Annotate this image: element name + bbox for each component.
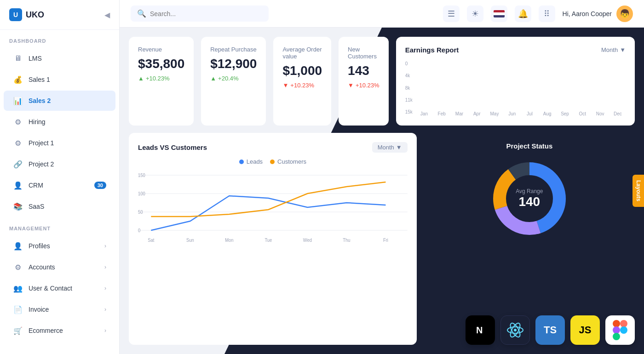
search-box[interactable]: 🔍 [131,6,269,22]
sidebar-item-crm[interactable]: 👤CRM30 [4,175,115,195]
react-icon[interactable] [500,315,530,345]
sidebar-item-profiles[interactable]: 👤Profiles› [4,236,115,256]
project-status-card: Project Status Avg Range [424,133,635,345]
search-input[interactable] [150,10,262,17]
theme-icon[interactable]: ☀ [467,6,483,22]
month-label-Oct: Oct [575,111,590,116]
project2-icon: 🔗 [13,159,23,169]
svg-text:50: 50 [138,210,143,215]
line-chart: 150 100 50 0 Sat Sun Mon Tue Wed [138,171,408,244]
earnings-header: Earnings Report Month ▼ [405,46,626,54]
month-label-Dec: Dec [610,111,626,116]
sidebar-item-label-sales2: Sales 2 [29,97,106,104]
flag-icon[interactable] [491,6,507,22]
stat-card-3: New Customers 143 ▼ +10.23% [339,37,389,126]
sidebar-item-label-saas: SaaS [29,203,106,210]
svg-text:Sun: Sun [186,238,194,243]
svg-rect-27 [613,326,620,334]
leads-month-button[interactable]: Month ▼ [372,142,408,153]
month-label-Feb: Feb [434,111,449,116]
figma-icon[interactable] [605,315,635,345]
month-label-Jun: Jun [504,111,520,116]
chevron-user-contact: › [104,285,106,291]
chevron-profiles: › [104,243,106,249]
project1-icon: ⚙ [13,138,23,148]
y-label: 11k [405,97,413,103]
month-label-Jan: Jan [416,111,432,116]
chevron-ecommerce: › [104,327,106,334]
content-area: Revenue $35,800 ▲ +10.23% Repeat Purchas… [120,28,644,354]
stat-change-1: ▲ +20.4% [210,75,257,82]
chart-legend: LeadsCustomers [138,158,408,165]
top-row: Revenue $35,800 ▲ +10.23% Repeat Purchas… [129,37,635,126]
apps-icon[interactable]: ⠿ [539,6,555,22]
month-label-Nov: Nov [592,111,608,116]
y-label: 0 [405,61,413,66]
sidebar-item-sales2[interactable]: 📊Sales 2 [4,91,115,111]
sidebar-item-project2[interactable]: 🔗Project 2 [4,154,115,174]
svg-rect-28 [613,333,620,340]
section-label-management: MANAGEMENT [0,217,119,235]
menu-icon[interactable]: ☰ [443,6,460,22]
layouts-tab[interactable]: Layouts [632,175,644,207]
sidebar-item-label-accounts: Accounts [29,263,104,271]
stat-change-3: ▼ +10.23% [348,82,380,89]
sidebar: U UKO ◀ DASHBOARD🖥LMS💰Sales 1📊Sales 2⚙Hi… [0,0,120,354]
sidebar-item-accounts[interactable]: ⚙Accounts› [4,257,115,277]
svg-text:Fri: Fri [383,238,388,243]
earnings-title: Earnings Report [405,46,459,54]
legend-customers: Customers [270,158,306,165]
donut-avg-value: 140 [516,194,543,209]
month-label-Sep: Sep [557,111,573,116]
sidebar-item-ecommerce[interactable]: 🛒Ecommerce› [4,320,115,341]
sidebar-item-label-hiring: Hiring [29,118,106,126]
nextjs-icon[interactable]: N [466,315,495,345]
leads-card: Leads VS Customers Month ▼ LeadsCustomer… [129,133,417,345]
notification-icon[interactable]: 🔔 [515,6,531,22]
typescript-icon[interactable]: TS [535,315,565,345]
saas-icon: 📚 [13,201,23,211]
hiring-icon: ⚙ [13,117,23,127]
stat-label-1: Repeat Purchase [210,46,257,53]
svg-rect-26 [620,320,627,327]
donut-avg-label: Avg Range [516,188,543,194]
sidebar-item-lms[interactable]: 🖥LMS [4,48,115,69]
sidebar-item-sales1[interactable]: 💰Sales 1 [4,69,115,90]
stat-value-0: $35,800 [138,57,184,71]
sidebar-item-user-contact[interactable]: 👥User & Contact› [4,278,115,298]
sidebar-item-label-ecommerce: Ecommerce [29,327,104,334]
earnings-card: Earnings Report Month ▼ 15k11k8k4k0 JanF… [396,37,635,126]
svg-text:Sat: Sat [148,238,154,243]
accounts-icon: ⚙ [13,262,23,272]
sidebar-item-project1[interactable]: ⚙Project 1 [4,133,115,153]
tech-icons-row: N TS JS [466,315,635,345]
user-info[interactable]: Hi, Aaron Cooper 👦 [563,6,633,22]
badge-crm: 30 [94,182,106,189]
sidebar-item-label-user-contact: User & Contact [29,285,104,292]
svg-text:Thu: Thu [343,238,350,243]
javascript-icon[interactable]: JS [570,315,600,345]
sidebar-item-label-project2: Project 2 [29,160,106,168]
y-axis-labels: 15k11k8k4k0 [405,61,413,116]
stat-label-0: Revenue [138,46,184,53]
svg-point-24 [514,329,517,331]
sidebar-item-invoice[interactable]: 📄Invoice› [4,299,115,320]
logo-text: UKO [26,10,44,20]
svg-text:Tue: Tue [264,238,272,243]
logo-icon: U [9,8,22,21]
stat-card-2: Average Order value $1,000 ▼ +10.23% [273,37,331,126]
sidebar-item-hiring[interactable]: ⚙Hiring [4,112,115,132]
user-contact-icon: 👥 [13,283,23,293]
stat-change-2: ▼ +10.23% [282,82,322,89]
line-chart-svg: 150 100 50 0 Sat Sun Mon Tue Wed [138,171,408,244]
svg-text:Mon: Mon [225,238,233,243]
svg-text:N: N [476,325,483,335]
sidebar-toggle-button[interactable]: ◀ [104,11,110,19]
sidebar-item-saas[interactable]: 📚SaaS [4,196,115,217]
sales2-icon: 📊 [13,96,23,106]
sidebar-item-label-sales1: Sales 1 [29,76,106,83]
earnings-month-selector[interactable]: Month ▼ [601,46,626,53]
stat-card-0: Revenue $35,800 ▲ +10.23% [129,37,194,126]
logo-box: U UKO [9,8,44,21]
stat-label-2: Average Order value [282,46,322,60]
